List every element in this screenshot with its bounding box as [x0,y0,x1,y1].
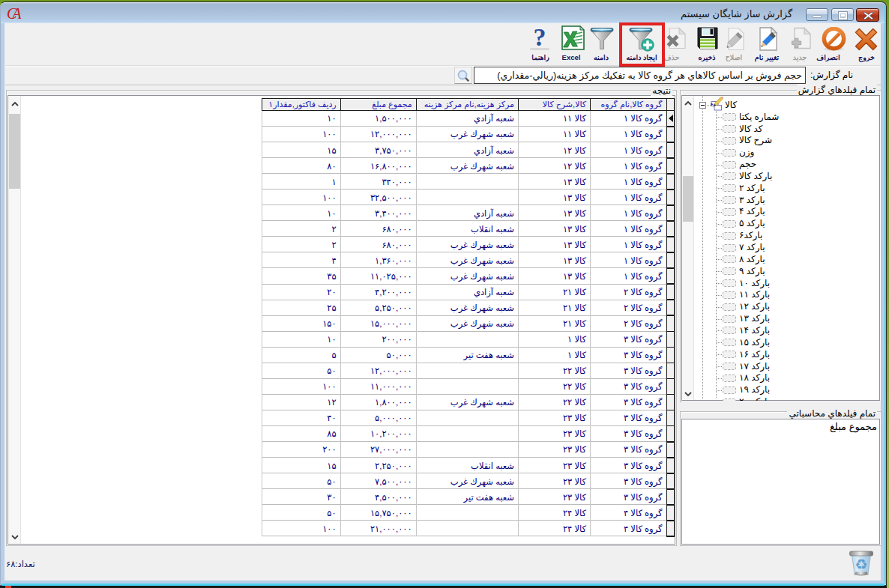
svg-text:♻: ♻ [855,557,867,572]
